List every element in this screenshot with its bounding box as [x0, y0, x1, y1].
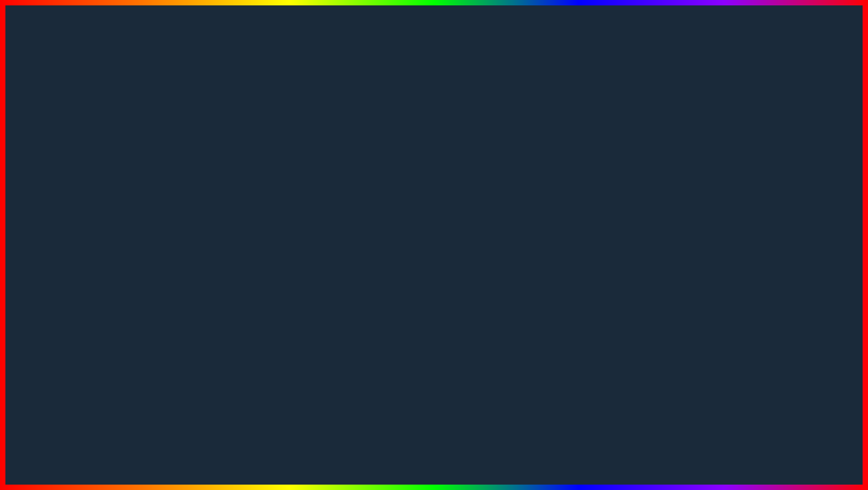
sidebar-label-combat-player: Combat Player [278, 265, 320, 272]
chest-label-text: Chest [339, 264, 354, 271]
char-energy-1 [94, 198, 112, 216]
creature-image [511, 165, 571, 309]
sidebar-item-teleport-island[interactable]: Teleport Island [262, 276, 331, 290]
sidebar-item-sky[interactable]: Sky [262, 290, 331, 308]
sidebar-icon-teleport-island [268, 279, 275, 286]
farm-mastery-fruit-label: Farm Mastery Fruit [339, 248, 400, 256]
beast-horn-left [23, 319, 40, 338]
update-label: UPDATE [40, 406, 258, 468]
gui-back-minimize-btn[interactable]: − [536, 120, 546, 130]
script-label: SCRIPT [352, 406, 550, 468]
svg-point-7 [536, 204, 571, 289]
char-wing-right [207, 139, 261, 238]
random-bone-label: Random Bone [339, 214, 385, 222]
gui-front-close-btn[interactable]: ✕ [554, 156, 564, 166]
sidebar-icon-dungeon [268, 250, 275, 258]
gui-back-header: Annie Hub (Blox Fruit) − ✕ [316, 116, 565, 135]
main-title-text: BLOX FRUITS [0, 9, 868, 103]
update-number: 20 [268, 394, 343, 472]
sidebar-label-teleport-island: Teleport Island [278, 279, 319, 286]
sidebar-icon-race-v4 [268, 236, 275, 243]
beast-gem [56, 360, 70, 373]
char-left-leg [130, 243, 157, 342]
sidebar-label-race-v4: Race V4 [278, 236, 303, 243]
sidebar-avatar-sky [268, 294, 278, 304]
blox-logo-text-top: BL⭕X [760, 420, 830, 441]
gui-back-title: Annie Hub (Blox Fruit) [322, 121, 408, 130]
sidebar-item-race-v4[interactable]: Race V4 [262, 232, 331, 247]
blox-logo-text-bottom: FRUITS [760, 441, 830, 457]
beast-horn-right [86, 319, 103, 338]
sidebar-item-dungeon[interactable]: Dungeon [262, 247, 331, 261]
gui-back-controls: − ✕ [536, 120, 559, 130]
sidebar-icon-combat-player [268, 265, 275, 272]
gui-front-minimize-btn[interactable]: − [540, 156, 550, 166]
char-energy-2 [198, 207, 214, 223]
creature-svg [511, 165, 571, 309]
beast-head [49, 324, 76, 360]
blox-logo-container: ☠ BL⭕X FRUITS [749, 393, 841, 463]
bottom-text-area: UPDATE 20 SCRIPT PASTEBIN [0, 394, 868, 472]
sidebar-item-combat-player[interactable]: Combat Player [262, 261, 331, 276]
skull-icon: ☠ [760, 399, 830, 418]
gui-back-close-btn[interactable]: ✕ [549, 120, 559, 130]
main-title-section: BLOX FRUITS [0, 9, 868, 103]
gui-front-controls: − ✕ [540, 156, 564, 166]
sidebar-label-dungeon: Dungeon [278, 250, 304, 258]
tween-chest-label: Tween Chest [339, 279, 380, 287]
farm-mastery-text: Farm Mastery [339, 232, 375, 239]
sidebar-label-sky: Sky [282, 295, 292, 303]
blox-fruits-logo: ☠ BL⭕X FRUITS [749, 393, 841, 463]
char-chest-detail [139, 157, 184, 193]
char-right-leg [162, 243, 189, 342]
